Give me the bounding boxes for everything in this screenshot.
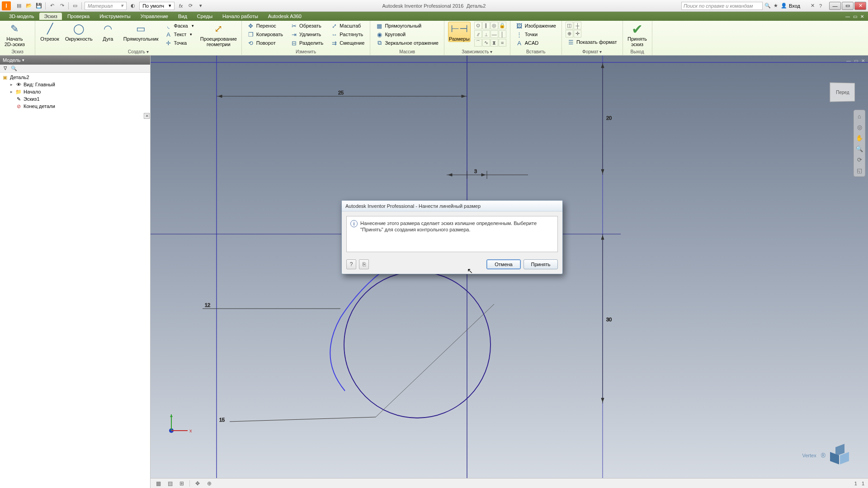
ribbon-close-icon[interactable]: ✕ [859, 13, 865, 19]
offset-button[interactable]: ⇉Смещение [329, 39, 366, 47]
help-icon[interactable]: ? [817, 3, 824, 9]
nav-orbit-icon[interactable]: ⟳ [855, 155, 863, 164]
text-button[interactable]: AТекст▾ [163, 30, 196, 38]
pattern-rect-button[interactable]: ▦Прямоугольный [374, 22, 440, 30]
split-button[interactable]: ⊟Разделить [288, 39, 325, 47]
constraint-equal-icon[interactable]: = [499, 39, 506, 47]
status-grid-icon[interactable]: ▤ [166, 480, 174, 487]
line-button[interactable]: ╱Отрезок [39, 22, 61, 42]
tab-environments[interactable]: Среды [193, 13, 217, 20]
point-button[interactable]: ✛Точка [163, 39, 196, 47]
qat-select-icon[interactable]: ▭ [71, 1, 80, 10]
tree-sketch1[interactable]: ✎Эскиз1 [1, 95, 149, 103]
panel-constrain-label[interactable]: Зависимость [448, 49, 506, 55]
constraint-horizontal-icon[interactable]: — [491, 30, 498, 38]
tab-tools[interactable]: Инструменты [95, 13, 135, 20]
graphics-canvas[interactable]: — ▭ ✕ 25 3 20 [151, 56, 868, 488]
start-2d-sketch-button[interactable]: ✎ Начать 2D-эскиз [4, 22, 26, 47]
qat-redo-icon[interactable]: ↷ [57, 1, 66, 10]
status-showall-icon[interactable]: ⊕ [205, 480, 213, 487]
qat-appearance-icon[interactable]: ◐ [128, 1, 137, 10]
tab-getstarted[interactable]: Начало работы [218, 13, 263, 20]
panel-format-label[interactable]: Формат [566, 49, 619, 55]
insert-acad-button[interactable]: AACAD [514, 39, 558, 47]
copy-button[interactable]: ❐Копировать [245, 30, 285, 38]
insert-points-button[interactable]: ⋮Точки [514, 30, 558, 38]
tree-origin[interactable]: ▸📁Начало [1, 88, 149, 95]
rotate-button[interactable]: ⟲Поворот [245, 39, 285, 47]
tree-end[interactable]: ⊘Конец детали [1, 103, 149, 110]
signin-label[interactable]: Вход [789, 3, 800, 9]
insert-image-button[interactable]: 🖼Изображение [514, 22, 558, 30]
qat-save-icon[interactable]: 💾 [34, 1, 43, 10]
qat-new-icon[interactable]: ▤ [14, 1, 24, 10]
minimize-button[interactable]: — [829, 2, 841, 10]
dialog-accept-button[interactable]: Принять [524, 259, 558, 269]
rectangle-button[interactable]: ▭Прямоугольник [123, 22, 160, 42]
format-construction-icon[interactable]: ◫ [566, 22, 573, 29]
nav-lookat-icon[interactable]: ◱ [855, 166, 863, 174]
format-driven-icon[interactable]: ⊕ [566, 30, 573, 38]
format-center-icon[interactable]: ✛ [574, 30, 581, 38]
dimension-button[interactable]: ⊢⊣ Размеры [448, 22, 471, 42]
tab-manage[interactable]: Управление [136, 13, 173, 20]
filter-icon[interactable]: ∇ [2, 66, 8, 72]
expand-icon[interactable]: ▸ [9, 89, 14, 94]
extend-button[interactable]: ⇥Удлинить [288, 30, 325, 38]
exchange-icon[interactable]: ✕ [809, 3, 816, 9]
circle-button[interactable]: ◯Окружность [64, 22, 94, 42]
qat-open-icon[interactable]: 📂 [24, 1, 33, 10]
scale-button[interactable]: ⤢Масштаб [329, 22, 366, 30]
constraint-parallel-icon[interactable]: ⫽ [474, 30, 482, 38]
status-constraints-icon[interactable]: ⊞ [178, 480, 186, 487]
find-icon[interactable]: 🔍 [11, 66, 17, 72]
viewcube[interactable]: Перед [830, 82, 855, 102]
panel-create-label[interactable]: Создать [39, 49, 238, 55]
star-icon[interactable]: ★ [773, 3, 779, 9]
constraint-perpendicular-icon[interactable]: ⟂ [482, 30, 490, 38]
dialog-copy-button[interactable]: ⎘ [359, 259, 369, 269]
help-search-input[interactable]: Поиск по справке и командам [681, 2, 763, 10]
ribbon-restore-icon[interactable]: ▭ [852, 13, 858, 19]
finish-sketch-button[interactable]: ✔ Принять эскиз [627, 22, 648, 47]
nav-zoom-icon[interactable]: 🔍 [855, 145, 863, 153]
expand-icon[interactable]: ▸ [9, 82, 14, 87]
tab-sketch[interactable]: Эскиз [39, 13, 61, 20]
constraint-tangent-icon[interactable]: ⌒ [474, 39, 482, 47]
search-icon[interactable]: 🔍 [764, 3, 771, 9]
status-snap-icon[interactable]: ▦ [154, 480, 162, 487]
ribbon-min-icon[interactable]: — [844, 13, 851, 19]
project-geometry-button[interactable]: ⤢Проецирование геометрии [199, 22, 238, 47]
fillet-button[interactable]: ◟Фаска▾ [163, 22, 196, 30]
tab-view[interactable]: Вид [174, 13, 192, 20]
constraint-concentric-icon[interactable]: ◎ [491, 22, 498, 29]
tab-a360[interactable]: Autodesk A360 [264, 13, 306, 20]
nav-wheel-icon[interactable]: ◎ [855, 123, 863, 131]
stretch-button[interactable]: ↔Растянуть [329, 30, 366, 38]
tree-view[interactable]: ▸👁Вид: Главный [1, 81, 149, 88]
material-selector[interactable]: Материал▾ [85, 2, 127, 10]
tree-root[interactable]: ▣Деталь2 [1, 74, 149, 81]
trim-button[interactable]: ✂Обрезать [288, 22, 325, 30]
qat-undo-icon[interactable]: ↶ [47, 1, 57, 10]
dialog-help-button[interactable]: ? [346, 259, 356, 269]
qat-sync-icon[interactable]: ⟳ [186, 1, 195, 10]
tab-inspect[interactable]: Проверка [63, 13, 94, 20]
constraint-coincident-icon[interactable]: ⊙ [474, 22, 482, 29]
arc-button[interactable]: ◠Дуга [97, 22, 119, 42]
close-button[interactable]: ✕ [854, 2, 866, 10]
nav-home-icon[interactable]: ⌂ [855, 112, 863, 120]
mirror-button[interactable]: ⧉Зеркальное отражение [374, 39, 440, 47]
move-button[interactable]: ✥Перенос [245, 22, 285, 30]
nav-pan-icon[interactable]: ✋ [855, 134, 863, 142]
constraint-symmetric-icon[interactable]: ⧗ [491, 39, 498, 47]
appearance-selector[interactable]: По умолч▾ [139, 2, 175, 10]
maximize-button[interactable]: ▭ [842, 2, 854, 10]
constraint-vertical-icon[interactable]: │ [499, 30, 506, 38]
browser-close-icon[interactable]: ✕ [144, 113, 150, 119]
constraint-fix-icon[interactable]: 🔒 [499, 22, 506, 29]
dialog-cancel-button[interactable]: Отмена [486, 259, 521, 269]
pattern-circ-button[interactable]: ◉Круговой [374, 30, 440, 38]
constraint-smooth-icon[interactable]: ∿ [482, 39, 490, 47]
browser-header[interactable]: Модель [0, 56, 150, 65]
